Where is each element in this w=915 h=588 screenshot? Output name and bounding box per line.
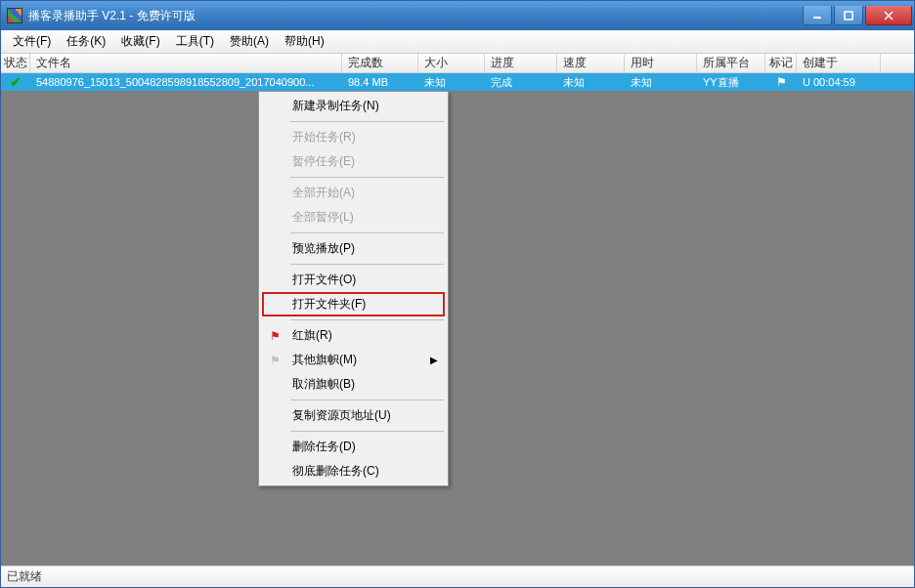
header-time[interactable]: 用时 (625, 54, 697, 72)
flag-gray-icon: ⚑ (267, 354, 283, 367)
menu-tools[interactable]: 工具(T) (168, 30, 222, 53)
submenu-arrow-icon: ▶ (430, 355, 438, 365)
cell-mark: ⚑ (765, 73, 797, 91)
ctx-clear-flag[interactable]: 取消旗帜(B) (261, 372, 446, 397)
header-created[interactable]: 创建于 (797, 54, 881, 72)
header-filename[interactable]: 文件名 (30, 54, 342, 72)
cell-size: 未知 (418, 73, 485, 91)
ctx-purge-task[interactable]: 彻底删除任务(C) (261, 459, 446, 483)
status-text: 已就绪 (7, 568, 42, 585)
header-size[interactable]: 大小 (418, 54, 485, 72)
cell-filename: 54880976_15013_5004828598918552809_20170… (30, 73, 342, 91)
menu-favorites[interactable]: 收藏(F) (113, 30, 167, 53)
ctx-pause-all[interactable]: 全部暂停(L) (261, 205, 446, 230)
app-window: 播客录播助手 V2.1 - 免费许可版 文件(F) 任务(K) 收藏(F) 工具… (0, 0, 915, 588)
svg-rect-1 (845, 12, 852, 20)
ctx-open-file[interactable]: 打开文件(O) (261, 268, 446, 292)
check-icon: ✔ (10, 74, 22, 90)
ctx-preview-play[interactable]: 预览播放(P) (261, 236, 446, 261)
ctx-open-folder[interactable]: 打开文件夹(F) (261, 292, 446, 316)
menu-sponsor[interactable]: 赞助(A) (222, 30, 277, 53)
cell-completed: 98.4 MB (342, 73, 418, 91)
app-icon (7, 8, 22, 23)
flag-icon: ⚑ (776, 75, 787, 89)
ctx-start-task[interactable]: 开始任务(R) (261, 125, 446, 149)
context-separator (290, 232, 444, 233)
menu-tasks[interactable]: 任务(K) (59, 30, 113, 53)
ctx-start-all[interactable]: 全部开始(A) (261, 181, 446, 205)
task-row[interactable]: ✔ 54880976_15013_5004828598918552809_201… (1, 73, 914, 91)
ctx-red-flag[interactable]: ⚑红旗(R) (261, 323, 446, 348)
maximize-button[interactable] (834, 6, 863, 25)
header-progress[interactable]: 进度 (485, 54, 557, 72)
cell-progress: 完成 (485, 73, 557, 91)
header-status[interactable]: 状态 (1, 54, 30, 72)
ctx-other-flags[interactable]: ⚑其他旗帜(M)▶ (261, 348, 446, 372)
flag-red-icon: ⚑ (267, 329, 283, 343)
minimize-button[interactable] (803, 6, 832, 25)
header-speed[interactable]: 速度 (557, 54, 625, 72)
cell-time: 未知 (625, 73, 697, 91)
ctx-delete-task[interactable]: 删除任务(D) (261, 435, 446, 459)
menu-help[interactable]: 帮助(H) (277, 30, 332, 53)
menubar: 文件(F) 任务(K) 收藏(F) 工具(T) 赞助(A) 帮助(H) (1, 30, 914, 54)
statusbar: 已就绪 (1, 566, 914, 587)
close-button[interactable] (865, 6, 912, 25)
header-completed[interactable]: 完成数 (342, 54, 418, 72)
cell-status: ✔ (1, 73, 30, 91)
context-menu: 新建录制任务(N) 开始任务(R) 暂停任务(E) 全部开始(A) 全部暂停(L… (258, 91, 449, 486)
context-separator (290, 121, 444, 122)
task-list[interactable]: ✔ 54880976_15013_5004828598918552809_201… (1, 73, 914, 566)
context-separator (290, 177, 444, 178)
menu-file[interactable]: 文件(F) (5, 30, 59, 53)
ctx-pause-task[interactable]: 暂停任务(E) (261, 149, 446, 174)
context-separator (290, 264, 444, 265)
header-platform[interactable]: 所属平台 (697, 54, 765, 72)
window-controls (801, 6, 912, 25)
ctx-new-task[interactable]: 新建录制任务(N) (261, 94, 446, 118)
titlebar[interactable]: 播客录播助手 V2.1 - 免费许可版 (1, 1, 914, 30)
context-separator (290, 399, 444, 400)
context-separator (290, 319, 444, 320)
ctx-red-flag-label: 红旗(R) (292, 327, 332, 344)
cell-platform: YY直播 (697, 73, 765, 91)
window-title: 播客录播助手 V2.1 - 免费许可版 (28, 8, 801, 24)
ctx-other-flags-label: 其他旗帜(M) (292, 352, 357, 368)
cell-speed: 未知 (557, 73, 625, 91)
header-mark[interactable]: 标记 (765, 54, 797, 72)
ctx-copy-url[interactable]: 复制资源页地址(U) (261, 403, 446, 428)
column-headers: 状态 文件名 完成数 大小 进度 速度 用时 所属平台 标记 创建于 (1, 54, 914, 73)
cell-created: U 00:04:59 (797, 73, 881, 91)
context-separator (290, 431, 444, 432)
